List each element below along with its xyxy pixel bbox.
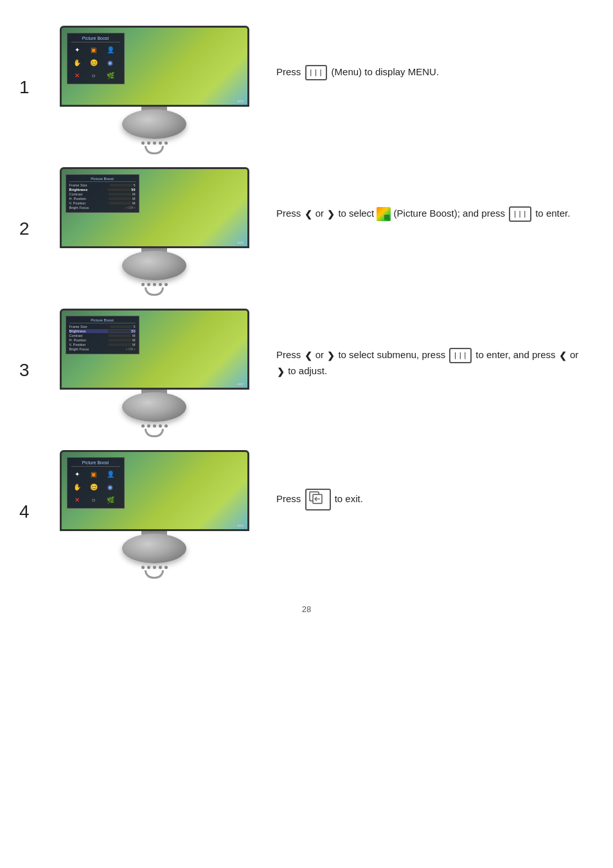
picture-boost-icon bbox=[377, 207, 391, 221]
monitor-frame-1: Picture Boost ✦ ▣ 👤 ✋ 😊 ◉ ✕ ○ bbox=[60, 26, 249, 107]
stand-base-1 bbox=[116, 116, 193, 154]
osd-item-brightness-sel: Brightness 50 bbox=[69, 329, 136, 333]
stand-hook-3 bbox=[145, 429, 164, 437]
stand-dot bbox=[141, 424, 145, 428]
inst-press-2: Press bbox=[276, 208, 304, 219]
monitor-screen-3: Picture Boost Frame Size 5 Brightness 50 bbox=[62, 311, 247, 388]
osd-icon-x-4: ✕ bbox=[71, 494, 83, 505]
osd-item-bright-focus-3: Bright Focus • Off • bbox=[69, 347, 136, 351]
stand-dot bbox=[164, 283, 168, 286]
osd-menu-4: Picture Boost ✦ ▣ 👤 ✋ 😊 ◉ ✕ ○ bbox=[67, 457, 125, 509]
stand-dot bbox=[164, 141, 168, 145]
stand-dot bbox=[147, 141, 150, 145]
stand-dot bbox=[159, 566, 162, 569]
inst-or-3b: or bbox=[570, 349, 578, 360]
osd-item-contrast: Contrast M bbox=[69, 192, 136, 196]
stand-hook-4 bbox=[145, 570, 164, 579]
osd-item-vpos: V. Position M bbox=[69, 201, 136, 205]
stand-dot bbox=[159, 141, 162, 145]
chevron-left-icon-2a[interactable]: ❮ bbox=[305, 207, 312, 221]
osd-item-frame-size-3: Frame Size 5 bbox=[69, 325, 136, 329]
monitor-frame-3: Picture Boost Frame Size 5 Brightness 50 bbox=[60, 309, 249, 390]
osd-title-1: Picture Boost bbox=[71, 36, 120, 42]
osd-icon-smiley-4: 😊 bbox=[88, 481, 100, 493]
osd-icon-smiley: 😊 bbox=[88, 57, 100, 68]
stand-circle-3 bbox=[122, 392, 186, 422]
stand-dot bbox=[153, 141, 156, 145]
step-number-1: 1 bbox=[19, 26, 51, 98]
osd-icon-circle: ○ bbox=[88, 69, 100, 81]
stand-base-4 bbox=[116, 540, 193, 579]
osd-item-bright-focus: Bright Focus • Off • bbox=[69, 206, 136, 210]
monitor-2: Picture Boost Frame Size 5 Brightness 50 bbox=[58, 167, 251, 296]
inst-press-4: Press bbox=[276, 493, 304, 504]
inst-menu-text-1: (Menu) to display MENU. bbox=[332, 66, 440, 77]
osd-item-hpos-3: H. Position M bbox=[69, 338, 136, 342]
chevron-right-icon-3a[interactable]: ❯ bbox=[327, 348, 335, 363]
instruction-area-4: Press to exit. bbox=[257, 450, 594, 511]
aoc-label-3: aoc bbox=[237, 382, 244, 386]
instruction-text-1: Press ||| (Menu) to display MENU. bbox=[276, 64, 581, 80]
osd-list-title-2: Picture Boost bbox=[69, 177, 136, 182]
stand-dots-2 bbox=[141, 283, 168, 286]
aoc-label-4: aoc bbox=[237, 523, 244, 527]
page: 1 Picture Boost ✦ ▣ 👤 bbox=[0, 0, 613, 868]
menu-button-icon-3[interactable]: ||| bbox=[449, 348, 472, 363]
osd-icon-x: ✕ bbox=[71, 69, 83, 81]
stand-dots-1 bbox=[141, 141, 168, 145]
stand-dot bbox=[164, 566, 168, 569]
stand-dot bbox=[164, 424, 168, 428]
osd-menu-1: Picture Boost ✦ ▣ 👤 ✋ 😊 ◉ ✕ ○ bbox=[67, 33, 125, 84]
inst-press-1: Press bbox=[276, 66, 304, 77]
monitor-area-2: Picture Boost Frame Size 5 Brightness 50 bbox=[51, 167, 257, 296]
stand-dot bbox=[147, 566, 150, 569]
monitor-1: Picture Boost ✦ ▣ 👤 ✋ 😊 ◉ ✕ ○ bbox=[58, 26, 251, 154]
chevron-right-icon-2a[interactable]: ❯ bbox=[327, 207, 335, 221]
osd-item-frame-size: Frame Size 5 bbox=[69, 183, 136, 187]
exit-svg bbox=[309, 491, 327, 504]
osd-list-title-3: Picture Boost bbox=[69, 318, 136, 323]
osd-icon-leaf-4: 🌿 bbox=[105, 494, 116, 505]
osd-item-contrast-3: Contrast M bbox=[69, 334, 136, 338]
stand-hook-1 bbox=[145, 146, 164, 154]
chevron-left-icon-3a[interactable]: ❮ bbox=[305, 348, 312, 363]
step-number-3: 3 bbox=[19, 309, 51, 381]
osd-icon-grid-4: ✦ ▣ 👤 ✋ 😊 ◉ ✕ ○ 🌿 bbox=[71, 468, 120, 505]
chevron-left-icon-3b[interactable]: ❮ bbox=[559, 348, 567, 363]
step-row-1: 1 Picture Boost ✦ ▣ 👤 bbox=[19, 26, 594, 154]
osd-icon-circle-4: ○ bbox=[88, 494, 100, 505]
instruction-text-3: Press ❮ or ❯ to select submenu, press ||… bbox=[276, 347, 581, 379]
osd-icon-hand-4: ✋ bbox=[71, 481, 83, 493]
monitor-area-4: Picture Boost ✦ ▣ 👤 ✋ 😊 ◉ ✕ ○ bbox=[51, 450, 257, 579]
instruction-text-4: Press to exit. bbox=[276, 489, 581, 511]
osd-icon-leaf: 🌿 bbox=[105, 69, 116, 81]
step-number-4: 4 bbox=[19, 450, 51, 522]
aoc-label-1: aoc bbox=[237, 99, 244, 103]
inst-to-enter-2: to enter. bbox=[535, 208, 570, 219]
steps-container: 1 Picture Boost ✦ ▣ 👤 bbox=[19, 26, 594, 592]
chevron-right-icon-3b[interactable]: ❯ bbox=[277, 365, 285, 379]
stand-base-2 bbox=[116, 257, 193, 296]
osd-icon-star-4: ✦ bbox=[71, 468, 83, 480]
osd-list-3: Picture Boost Frame Size 5 Brightness 50 bbox=[66, 316, 139, 354]
inst-or-2a: or bbox=[315, 208, 327, 219]
inst-press-3: Press bbox=[276, 349, 304, 360]
stand-base-3 bbox=[116, 399, 193, 437]
menu-button-icon-2[interactable]: ||| bbox=[509, 206, 531, 222]
step-row-3: 3 Picture Boost Frame Size 5 bbox=[19, 309, 594, 437]
stand-dot bbox=[141, 566, 145, 569]
instruction-text-2: Press ❮ or ❯ to select (Picture Boost); … bbox=[276, 206, 581, 222]
step-row-2: 2 Picture Boost Frame Size 5 bbox=[19, 167, 594, 296]
osd-icon-face2: ◉ bbox=[105, 57, 116, 68]
inst-or-3a: or bbox=[315, 349, 327, 360]
stand-dot bbox=[153, 424, 156, 428]
step-row-4: 4 Picture Boost ✦ ▣ 👤 ✋ bbox=[19, 450, 594, 579]
menu-button-icon-1[interactable]: ||| bbox=[305, 65, 328, 80]
exit-button-icon[interactable] bbox=[305, 489, 331, 511]
monitor-screen-4: Picture Boost ✦ ▣ 👤 ✋ 😊 ◉ ✕ ○ bbox=[62, 452, 247, 529]
monitor-area-3: Picture Boost Frame Size 5 Brightness 50 bbox=[51, 309, 257, 437]
step-number-2: 2 bbox=[19, 167, 51, 239]
stand-dot bbox=[141, 283, 145, 286]
instruction-area-1: Press ||| (Menu) to display MENU. bbox=[257, 26, 594, 80]
osd-icon-grid-1: ✦ ▣ 👤 ✋ 😊 ◉ ✕ ○ 🌿 bbox=[71, 44, 120, 81]
